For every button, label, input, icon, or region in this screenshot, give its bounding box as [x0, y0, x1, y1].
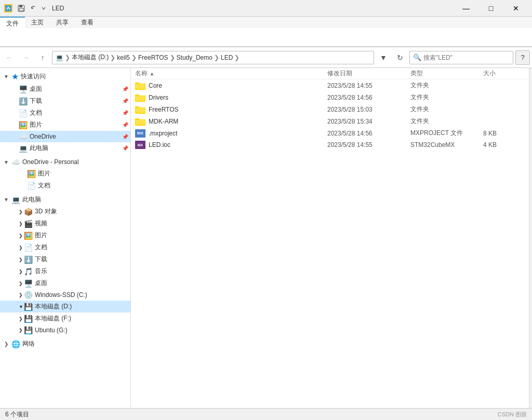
file-name-text: Core: [149, 82, 162, 89]
back-button[interactable]: ←: [2, 50, 17, 65]
sidebar-item-desktop-pc[interactable]: ❯ 🖥️ 桌面: [0, 277, 130, 289]
network-expand-icon: ❯: [2, 341, 10, 347]
path-segment-1[interactable]: 本地磁盘 (D:): [72, 53, 109, 62]
quick-access-expand-icon: ▼: [2, 74, 10, 79]
onedrive-section: ▼ ☁️ OneDrive - Personal 🖼️ 图片 📄 文档: [0, 156, 130, 192]
svg-rect-7: [136, 84, 145, 89]
sidebar-item-pictures[interactable]: 🖼️ 图片 📌: [0, 119, 130, 131]
sidebar-item-download[interactable]: ⬇️ 下载 📌: [0, 95, 130, 107]
sidebar: ▼ ★ 快速访问 🖥️ 桌面 📌 ⬇️ 下载 📌 📄 文档 📌 🖼️: [0, 68, 131, 408]
sidebar-item-desktop[interactable]: 🖥️ 桌面 📌: [0, 83, 130, 95]
sidebar-item-3d[interactable]: ❯ 📦 3D 对象: [0, 206, 130, 218]
sidebar-item-onedrive-quick[interactable]: ☁️ OneDrive 📌: [0, 131, 130, 142]
windows-ssd-icon: 💿: [24, 291, 33, 299]
minimize-button[interactable]: —: [454, 0, 478, 17]
downloads-pc-icon: ⬇️: [24, 255, 33, 264]
search-box[interactable]: 🔍: [409, 51, 513, 64]
sidebar-item-video[interactable]: ❯ 🎬 视频: [0, 218, 130, 229]
table-row[interactable]: FreeRTOS 2023/5/28 15:03 文件夹: [131, 103, 529, 115]
forward-button[interactable]: →: [19, 50, 33, 65]
onedrive-pictures-icon: 🖼️: [27, 170, 36, 178]
path-segment-4[interactable]: Study_Demo: [177, 54, 212, 61]
folder-icon: [135, 82, 145, 90]
thispc-quick-icon: 💻: [19, 144, 28, 153]
file-name-cell: FreeRTOS: [135, 105, 327, 114]
table-row[interactable]: Core 2023/5/28 14:55 文件夹: [131, 79, 529, 91]
item-count: 6 个项目: [5, 410, 29, 419]
sidebar-item-onedrive-pictures[interactable]: 🖼️ 图片: [0, 168, 130, 180]
pin-icon-thispc: 📌: [122, 145, 128, 151]
sidebar-item-downloads-pc[interactable]: ❯ ⬇️ 下载: [0, 253, 130, 265]
quick-access-header[interactable]: ▼ ★ 快速访问: [0, 70, 130, 83]
file-name-text: .mxproject: [149, 130, 177, 137]
file-type-cell: 文件夹: [410, 105, 483, 114]
local-f-label: 本地磁盘 (F:): [35, 314, 71, 323]
tab-view[interactable]: 查看: [75, 17, 100, 28]
search-input[interactable]: [423, 54, 510, 61]
file-name-cell: MX .mxproject: [135, 129, 327, 138]
sidebar-item-windows-ssd[interactable]: ❯ 💿 Windows-SSD (C:): [0, 289, 130, 301]
pictures-pc-icon: 🖼️: [24, 232, 33, 240]
pictures-icon: 🖼️: [19, 121, 28, 129]
col-header-size[interactable]: 大小: [483, 69, 525, 78]
documents-label: 文档: [30, 109, 42, 117]
music-pc-icon: 🎵: [24, 267, 33, 276]
dropdown-arrow-icon[interactable]: [41, 3, 47, 14]
svg-rect-3: [19, 8, 23, 11]
desktop-pc-label: 桌面: [35, 279, 47, 288]
tab-home[interactable]: 主页: [25, 17, 50, 28]
table-row[interactable]: MX LED.ioc 2023/5/28 14:55 STM32CubeMX 4…: [131, 139, 529, 151]
tab-share[interactable]: 共享: [50, 17, 75, 28]
folder-icon: [135, 93, 145, 102]
sidebar-item-onedrive-documents[interactable]: 📄 文档: [0, 180, 130, 192]
path-dropdown-button[interactable]: ▼: [376, 50, 391, 65]
network-header[interactable]: ❯ 🌐 网络: [0, 338, 130, 350]
right-panel-resize: [529, 68, 532, 408]
quick-undo-icon[interactable]: [28, 3, 39, 14]
folder-icon: [135, 105, 145, 114]
path-segment-3[interactable]: FreeRTOS: [138, 54, 168, 61]
up-button[interactable]: ↑: [35, 50, 50, 65]
file-name-text: MDK-ARM: [149, 118, 178, 125]
address-path[interactable]: 💻 ❯ 本地磁盘 (D:) ❯ keil5 ❯ FreeRTOS ❯ Study…: [52, 51, 374, 64]
sidebar-item-ubuntu-g[interactable]: ❯ 💾 Ubuntu (G:): [0, 324, 130, 336]
pin-icon-desktop: 📌: [122, 86, 128, 92]
onedrive-documents-icon: 📄: [27, 182, 36, 190]
sidebar-item-documents[interactable]: 📄 文档 📌: [0, 107, 130, 119]
expand-downloads-pc: ❯: [19, 257, 24, 262]
quick-save-icon[interactable]: [16, 3, 27, 14]
close-button[interactable]: ✕: [504, 0, 528, 17]
network-icon: 🌐: [11, 340, 20, 348]
sidebar-item-thispc-quick[interactable]: 💻 此电脑 📌: [0, 142, 130, 154]
onedrive-quick-label: OneDrive: [30, 133, 56, 140]
onedrive-header[interactable]: ▼ ☁️ OneDrive - Personal: [0, 156, 130, 168]
sidebar-item-pictures-pc[interactable]: ❯ 🖼️ 图片: [0, 229, 130, 241]
table-row[interactable]: MX .mxproject 2023/5/28 14:56 MXPROJECT …: [131, 127, 529, 139]
local-d-icon: 💾: [24, 303, 33, 311]
refresh-button[interactable]: ↻: [393, 50, 407, 65]
path-segment-2[interactable]: keil5: [117, 54, 130, 61]
maximize-button[interactable]: □: [479, 0, 503, 17]
address-bar: ← → ↑ 💻 ❯ 本地磁盘 (D:) ❯ keil5 ❯ FreeRTOS ❯…: [0, 47, 532, 68]
sidebar-item-documents-pc[interactable]: ❯ 📄 文档: [0, 241, 130, 253]
col-header-date[interactable]: 修改日期: [327, 69, 410, 78]
ribbon: 文件 主页 共享 查看: [0, 17, 532, 47]
tab-file[interactable]: 文件: [0, 17, 25, 28]
table-row[interactable]: MDK-ARM 2023/5/28 15:34 文件夹: [131, 115, 529, 127]
title-bar: LED — □ ✕: [0, 0, 532, 17]
sidebar-item-local-f[interactable]: ❯ 💾 本地磁盘 (F:): [0, 313, 130, 324]
file-type-cell: 文件夹: [410, 81, 483, 90]
file-list: Core 2023/5/28 14:55 文件夹 Drivers 2023/5/…: [131, 79, 529, 151]
help-button[interactable]: ?: [515, 50, 530, 65]
table-row[interactable]: Drivers 2023/5/28 14:56 文件夹: [131, 91, 529, 103]
sidebar-item-local-d[interactable]: ▼ 💾 本地磁盘 (D:): [0, 301, 130, 313]
path-segment-5[interactable]: LED: [221, 54, 233, 61]
network-label: 网络: [22, 340, 35, 348]
col-header-type[interactable]: 类型: [410, 69, 483, 78]
onedrive-icon: ☁️: [11, 158, 20, 166]
sidebar-item-music-pc[interactable]: ❯ 🎵 音乐: [0, 265, 130, 277]
download-label: 下载: [30, 97, 42, 105]
col-header-name[interactable]: 名称 ▲: [135, 69, 327, 78]
sort-arrow-name: ▲: [150, 71, 154, 76]
this-pc-header[interactable]: ▼ 💻 此电脑: [0, 194, 130, 206]
